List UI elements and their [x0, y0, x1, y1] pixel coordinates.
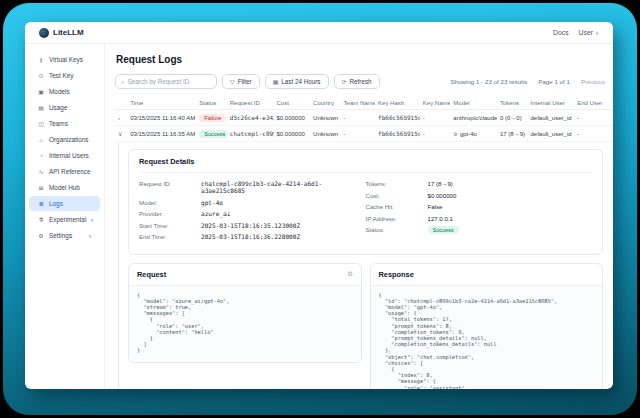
detail-label: Request ID: — [139, 180, 201, 194]
grid-icon: ⊞ — [37, 184, 45, 191]
toolbar: ⌕ ▽ Filter ▦ Last 24 Hours ⟳ Refresh Sho… — [115, 74, 605, 89]
status-badge: Success — [199, 130, 226, 138]
detail-label: Status: — [366, 226, 428, 234]
table-header-row: Time Status Request ID Cost Country Team… — [115, 97, 613, 110]
cell-country: Unknown — [310, 126, 340, 142]
cell-internal-user: default_user_id — [528, 126, 575, 142]
sidebar-item-label: Teams — [49, 120, 68, 127]
sidebar-item-logs[interactable]: ≣ Logs — [29, 196, 100, 211]
user-menu-label: User — [579, 29, 593, 36]
topbar: LiteLLM Docs User ∨ — [25, 22, 613, 44]
sidebar-item-experimental[interactable]: ⚗ Experimental ∨ — [29, 212, 100, 227]
chevron-down-icon: ∨ — [88, 233, 92, 239]
openai-model-icon: ⊛ — [453, 131, 458, 137]
request-card-title: Request — [137, 270, 166, 279]
filter-button[interactable]: ▽ Filter — [222, 74, 260, 89]
sidebar-item-label: Usage — [49, 104, 67, 111]
sidebar-item-label: Test Key — [49, 72, 74, 79]
sidebar-item-label: Virtual Keys — [49, 56, 83, 63]
sidebar-item-label: Experimental — [49, 216, 86, 223]
cell-time: 03/15/2025 11:16:35 AM — [127, 126, 196, 142]
detail-label: Cache Hit: — [366, 203, 428, 210]
table-row[interactable]: › 03/15/2025 11:16:40 AM Failure d5c26ce… — [115, 110, 613, 126]
sidebar-item-organizations[interactable]: ⌂ Organizations — [29, 132, 100, 147]
sidebar-item-usage[interactable]: ▤ Usage — [29, 100, 100, 115]
sidebar-item-label: Model Hub — [49, 184, 80, 191]
cell-country: Unknown — [310, 110, 340, 126]
copy-icon[interactable]: ⧉ — [348, 270, 353, 278]
search-box[interactable]: ⌕ — [115, 74, 217, 89]
page-indicator: Page 1 of 1 — [538, 78, 570, 85]
col-request-id: Request ID — [227, 97, 274, 110]
sidebar-item-models[interactable]: ▣ Models — [29, 84, 100, 99]
col-model: Model — [450, 97, 497, 110]
sidebar-item-label: Organizations — [49, 136, 88, 143]
gear-icon: ⚙ — [37, 232, 45, 239]
expand-row-icon[interactable]: › — [118, 115, 120, 121]
search-input[interactable] — [128, 78, 211, 85]
cell-model: ⊛gpt-4o — [450, 126, 497, 142]
col-country: Country — [310, 97, 340, 110]
detail-label: Cost: — [366, 192, 428, 199]
sidebar-item-api-reference[interactable]: ∿ API Reference — [29, 164, 100, 179]
detail-value-cost: $0.000000 — [428, 192, 457, 199]
brand-name: LiteLLM — [53, 28, 84, 37]
filter-funnel-icon: ▽ — [230, 78, 235, 85]
api-icon: ∿ — [37, 168, 45, 175]
col-end-user: End User — [574, 97, 613, 110]
detail-label: End Time: — [139, 233, 201, 240]
sidebar-item-teams[interactable]: ◫ Teams — [29, 116, 100, 131]
calendar-icon: ▦ — [273, 78, 279, 85]
request-card: Request ⧉ { "model": "azure_ai/gpt-4o", … — [128, 263, 362, 363]
sidebar-item-label: Settings — [49, 232, 72, 239]
cell-model: anthropic/claude-... — [450, 110, 497, 126]
status-badge: Failure — [199, 114, 226, 122]
cell-tokens: 17 (8→9) — [497, 126, 527, 142]
status-badge: Success — [428, 226, 459, 234]
litellm-logo-icon — [39, 28, 49, 38]
previous-page-button[interactable]: Previous — [581, 78, 605, 85]
col-cost: Cost — [274, 97, 311, 110]
user-menu[interactable]: User ∨ — [579, 29, 599, 36]
key-icon: ⚷ — [37, 56, 45, 63]
refresh-button[interactable]: ⟳ Refresh — [334, 74, 380, 89]
logs-list-icon: ≣ — [37, 200, 45, 207]
sidebar-item-internal-users[interactable]: ◔ Internal Users — [29, 148, 100, 163]
details-right-column: Tokens:17 (8→9) Cost:$0.000000 Cache Hit… — [366, 180, 593, 245]
cell-cost: $0.000000 — [274, 126, 311, 142]
cell-time: 03/15/2025 11:16:40 AM — [127, 110, 196, 126]
sidebar: ⚷ Virtual Keys ⊙ Test Key ▣ Models ▤ Usa… — [25, 44, 105, 389]
detail-label: Tokens: — [366, 180, 428, 187]
request-json: { "model": "azure_ai/gpt-4o", "stream": … — [129, 286, 361, 362]
response-card-title: Response — [379, 270, 414, 279]
model-name: gpt-4o — [460, 131, 477, 137]
sidebar-item-test-key[interactable]: ⊙ Test Key — [29, 68, 100, 83]
sidebar-item-virtual-keys[interactable]: ⚷ Virtual Keys — [29, 52, 100, 67]
cell-cost: $0.000000 — [274, 110, 311, 126]
detail-label: Start Time: — [139, 222, 201, 229]
request-details-title: Request Details — [139, 157, 592, 173]
time-range-button[interactable]: ▦ Last 24 Hours — [265, 74, 329, 89]
detail-value-end-time: 2025-03-15T18:16:36.228000Z — [201, 233, 300, 240]
request-logs-table: Time Status Request ID Cost Country Team… — [115, 97, 613, 142]
table-row[interactable]: ∨ 03/15/2025 11:16:35 AM Success chatcmp… — [115, 126, 613, 142]
col-internal-user: Internal User — [528, 97, 575, 110]
cell-end-user: - — [574, 110, 613, 126]
sidebar-item-settings[interactable]: ⚙ Settings ∨ — [29, 228, 100, 243]
main-content: Request Logs ⌕ ▽ Filter ▦ Last 24 Hours … — [105, 44, 613, 389]
response-json: { "id": "chatcmpl-c899c1b3-ca2e-4214-a6d… — [371, 286, 603, 390]
chevron-down-icon: ∨ — [595, 30, 599, 36]
col-status: Status — [196, 97, 226, 110]
cell-team-name: - — [341, 110, 376, 126]
docs-link[interactable]: Docs — [553, 29, 569, 36]
sidebar-item-model-hub[interactable]: ⊞ Model Hub — [29, 180, 100, 195]
detail-value-model: gpt-4o — [201, 199, 223, 206]
detail-value-request-id: chatcmpl-c899c1b3-ca2e-4214-a6d1-a3ae215… — [201, 180, 366, 194]
response-json-code: { "id": "chatcmpl-c899c1b3-ca2e-4214-a6d… — [379, 292, 595, 390]
collapse-row-icon[interactable]: ∨ — [118, 131, 122, 137]
detail-label: Model: — [139, 199, 201, 206]
flask-icon: ⚗ — [37, 216, 45, 223]
cell-key-name: - — [420, 126, 450, 142]
request-details-card: Request Details Request ID:chatcmpl-c899… — [128, 149, 603, 255]
cell-end-user: - — [574, 126, 613, 142]
